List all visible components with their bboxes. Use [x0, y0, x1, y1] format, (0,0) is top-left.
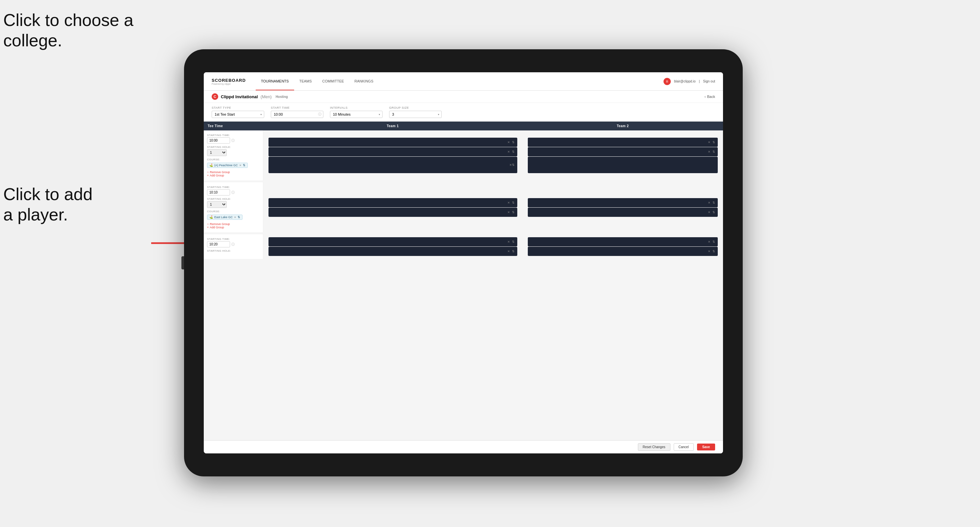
- course-remove-1[interactable]: ✕: [239, 164, 242, 167]
- add-group-link-2[interactable]: +Add Group: [207, 226, 259, 229]
- team2-col-2: ✕ ⇅ ✕ ⇅: [523, 181, 723, 233]
- nav-tab-committee[interactable]: COMMITTEE: [317, 72, 349, 90]
- time-info-icon-3: ⓘ: [231, 242, 235, 247]
- save-button[interactable]: Save: [697, 444, 715, 451]
- intervals-select[interactable]: 10 Minutes: [330, 111, 383, 118]
- starting-time-label: STARTING TIME:: [207, 134, 259, 137]
- time-input-1[interactable]: [207, 137, 230, 144]
- course-name-2: East Lake GC: [214, 216, 233, 219]
- player-remove-icon[interactable]: ✕: [708, 211, 711, 214]
- schedule-table: Tee Time Team 1 Team 2 STARTING TIME: ⓘ: [204, 122, 723, 259]
- player-sort-icon: ⇅: [512, 211, 515, 214]
- col-team2: Team 2: [523, 122, 723, 130]
- group3-left: STARTING TIME: ⓘ STARTING HOLE:: [204, 233, 263, 259]
- list-item: ✕ ⇅: [528, 237, 718, 246]
- start-type-select[interactable]: 1st Tee Start: [212, 111, 264, 118]
- player-remove-icon[interactable]: ✕: [708, 240, 711, 243]
- player-remove-icon[interactable]: ✕: [508, 250, 510, 253]
- list-item: ✕ ⇅: [528, 247, 718, 256]
- header-right: B blair@clippd.io | Sign out: [663, 78, 715, 85]
- course-remove-2[interactable]: ✕: [234, 216, 236, 219]
- nav-tab-rankings[interactable]: RANKINGS: [349, 72, 379, 90]
- course-tag-1: ⛳ (A) Peachtree GC ✕ ⇅: [207, 162, 259, 169]
- add-group-link-1[interactable]: +Add Group: [207, 174, 259, 177]
- time-input-2[interactable]: [207, 189, 230, 195]
- time-input-row2: ⓘ: [207, 189, 259, 195]
- player-sort-icon: ⇅: [713, 141, 715, 144]
- course-name-1: (A) Peachtree GC: [214, 163, 238, 167]
- user-email: blair@clippd.io: [674, 79, 696, 83]
- tablet-frame: SCOREBOARD Powered by clippd TOURNAMENTS…: [184, 49, 743, 476]
- logo-scoreboard: SCOREBOARD: [212, 78, 246, 83]
- schedule-thead: Tee Time Team 1 Team 2: [204, 122, 723, 130]
- remove-group-link-1[interactable]: ○Remove Group: [207, 170, 259, 174]
- player-remove-icon[interactable]: ✕: [708, 250, 711, 253]
- sign-out-link[interactable]: Sign out: [703, 79, 715, 83]
- player-remove-icon[interactable]: ✕: [508, 211, 510, 214]
- player-sort-icon-1: ⇅: [512, 163, 515, 167]
- list-item: ✕ ⇅: [269, 247, 518, 256]
- user-avatar: B: [663, 78, 671, 85]
- player-sort-icon: ⇅: [713, 211, 715, 214]
- table-row: STARTING TIME: ⓘ STARTING HOLE: 1: [204, 181, 723, 233]
- schedule-tbody: STARTING TIME: ⓘ STARTING HOLE: 1: [204, 130, 723, 259]
- annotation-add-player: Click to adda player.: [3, 184, 93, 225]
- cancel-button[interactable]: Cancel: [674, 443, 694, 451]
- time-input-row1: ⓘ: [207, 137, 259, 144]
- player-sort-icon: ⇅: [713, 250, 715, 253]
- nav-tab-tournaments[interactable]: TOURNAMENTS: [256, 72, 294, 90]
- list-item: ✕ ⇅: [269, 198, 518, 207]
- hole-select-wrapper-2: 1: [207, 201, 227, 208]
- list-item: ✕ ⇅: [269, 147, 518, 156]
- col-tee-time: Tee Time: [204, 122, 263, 130]
- course-tag-2: ⛳ East Lake GC ✕ ⇅: [207, 214, 259, 221]
- form-controls: Start Type 1st Tee Start Start Time ⓘ In…: [204, 103, 723, 122]
- player-remove-icon[interactable]: ✕: [508, 201, 510, 204]
- app-header: SCOREBOARD Powered by clippd TOURNAMENTS…: [204, 72, 723, 90]
- group-size-label: Group Size: [389, 106, 442, 110]
- start-time-group: Start Time ⓘ: [271, 106, 323, 118]
- player-sort-icon: ⇅: [713, 201, 715, 204]
- start-type-group: Start Type 1st Tee Start: [212, 106, 264, 118]
- starting-hole-label-1: STARTING HOLE:: [207, 146, 259, 149]
- start-time-info-icon: ⓘ: [318, 112, 321, 117]
- remove-group-link-2[interactable]: ○Remove Group: [207, 222, 259, 226]
- hole-select-1[interactable]: 1: [207, 149, 227, 156]
- tablet-screen: SCOREBOARD Powered by clippd TOURNAMENTS…: [204, 72, 723, 453]
- group-size-select[interactable]: 3: [389, 111, 442, 118]
- table-row: STARTING TIME: ⓘ STARTING HOLE: ✕ ⇅: [204, 233, 723, 259]
- hosting-badge: Hosting: [276, 95, 288, 98]
- intervals-select-wrapper: 10 Minutes: [330, 111, 383, 118]
- list-item: ✕ ⇅: [528, 208, 718, 217]
- course-flag-icon-1: ⛳: [209, 163, 213, 167]
- time-input-3[interactable]: [207, 241, 230, 248]
- time-info-icon-2: ⓘ: [231, 190, 235, 195]
- list-item: ✕ ⇅: [269, 208, 518, 217]
- intervals-group: Intervals 10 Minutes: [330, 106, 383, 118]
- start-time-input-wrapper: ⓘ: [271, 111, 323, 118]
- player-remove-icon[interactable]: ✕: [508, 240, 510, 243]
- player-remove-icon[interactable]: ✕: [708, 150, 711, 154]
- time-input-row3: ⓘ: [207, 241, 259, 248]
- back-button[interactable]: ‹ Back: [705, 95, 715, 98]
- group-size-group: Group Size 3: [389, 106, 442, 118]
- starting-time-label-3: STARTING TIME:: [207, 238, 259, 241]
- starting-hole-label-2: STARTING HOLE:: [207, 197, 259, 200]
- nav-tab-teams[interactable]: TEAMS: [294, 72, 317, 90]
- sub-header: C Clippd Invitational (Men) Hosting ‹ Ba…: [204, 90, 723, 103]
- hole-select-wrapper-1: 1: [207, 149, 227, 156]
- team2-col-3: ✕ ⇅ ✕ ⇅: [523, 233, 723, 259]
- group1-left: STARTING TIME: ⓘ STARTING HOLE: 1: [204, 130, 263, 181]
- player-add-icon-1[interactable]: ✕: [509, 163, 512, 167]
- player-sort-icon: ⇅: [512, 141, 515, 144]
- player-remove-icon[interactable]: ✕: [708, 141, 711, 144]
- hole-select-2[interactable]: 1: [207, 201, 227, 208]
- tournament-title: C Clippd Invitational (Men) Hosting: [212, 93, 288, 100]
- start-time-input[interactable]: [271, 111, 323, 118]
- start-type-label: Start Type: [212, 106, 264, 110]
- course-label-1: COURSE:: [207, 158, 259, 161]
- player-remove-icon[interactable]: ✕: [508, 141, 510, 144]
- player-remove-icon[interactable]: ✕: [508, 150, 510, 154]
- player-remove-icon[interactable]: ✕: [708, 201, 711, 204]
- reset-button[interactable]: Reset Changes: [638, 443, 670, 451]
